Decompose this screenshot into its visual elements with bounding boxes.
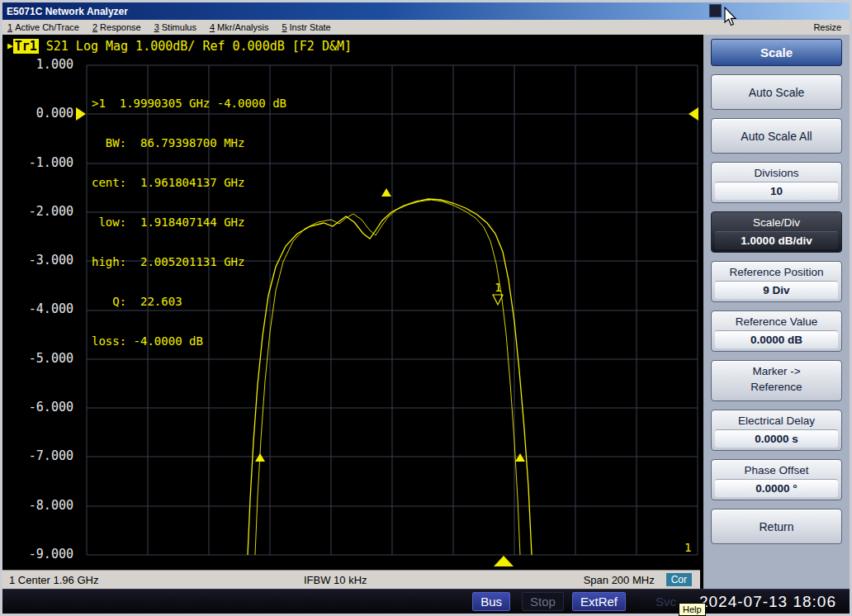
softkey-value: 0.0000 dB	[715, 330, 838, 348]
bw-marker-low	[255, 453, 265, 462]
plot-area: ▶Tr1 S21 Log Mag 1.000dB/ Ref 0.000dB [F…	[2, 35, 700, 589]
menu-label: Stimulus	[162, 22, 196, 32]
softkey-reference-value[interactable]: Reference Value 0.0000 dB	[711, 310, 842, 352]
y-axis-label: -1.000	[9, 155, 73, 170]
trace-s21-memory	[255, 200, 520, 555]
trace-badge[interactable]: Tr1	[13, 39, 39, 54]
menu-accelerator: 3	[154, 22, 159, 32]
marker-1-label: 1	[495, 281, 501, 294]
y-axis-label: -7.000	[9, 448, 73, 463]
softkey-label: Phase Offset	[712, 462, 841, 478]
low-readout-line: low: 1.918407144 GHz	[92, 216, 286, 229]
bus-status-indicator: Bus	[472, 592, 510, 611]
softkey-value: 10	[715, 182, 838, 200]
menu-accelerator: 4	[210, 22, 215, 32]
menu-active-ch-trace[interactable]: 1Active Ch/Trace	[7, 22, 79, 32]
softkey-auto-scale[interactable]: Auto Scale	[711, 74, 842, 110]
softkey-label: Electrical Delay	[712, 413, 841, 429]
menu-label: Active Ch/Trace	[15, 22, 79, 32]
menu-accelerator: 1	[7, 22, 12, 32]
window-control-button[interactable]	[709, 4, 722, 17]
softkey-panel: Scale Auto Scale Auto Scale All Division…	[700, 35, 850, 589]
softkey-label: Reference	[712, 379, 841, 395]
help-tooltip: Help	[679, 603, 706, 616]
ref-position-arrow-left	[76, 107, 86, 121]
stimulus-marker[interactable]	[494, 556, 514, 566]
softkey-menu-title: Scale	[711, 39, 842, 66]
y-axis-label: -9.000	[9, 547, 73, 562]
y-axis-label: -4.000	[9, 301, 73, 316]
menu-label: Instr State	[290, 22, 331, 32]
trace-header: ▶Tr1 S21 Log Mag 1.000dB/ Ref 0.000dB [F…	[7, 39, 352, 54]
menu-stimulus[interactable]: 3Stimulus	[154, 22, 196, 32]
softkey-value: 0.0000 s	[715, 429, 838, 448]
softkey-phase-offset[interactable]: Phase Offset 0.0000 °	[711, 459, 842, 500]
trace-select-icon: ▶	[7, 40, 13, 51]
y-axis-label: 1.000	[9, 57, 73, 72]
center-readout-line: cent: 1.961804137 GHz	[92, 176, 286, 189]
marker-readout-line: >1 1.9990305 GHz -4.0000 dB	[92, 97, 286, 110]
softkey-divisions[interactable]: Divisions 10	[711, 162, 842, 203]
span-readout: Span 200 MHz	[584, 574, 655, 586]
menu-response[interactable]: 2Response	[92, 22, 141, 32]
ifbw-readout: IFBW 10 kHz	[304, 574, 367, 586]
e5071c-window: E5071C Network Analyzer 1Active Ch/Trace…	[0, 0, 852, 616]
menu-accelerator: 2	[92, 22, 97, 32]
center-frequency-readout: 1 Center 1.96 GHz	[9, 574, 98, 586]
softkey-marker-to-reference[interactable]: Marker -> Reference	[711, 360, 842, 401]
q-readout-line: Q: 22.603	[92, 295, 286, 308]
sweep-status-indicator: Stop	[522, 592, 564, 611]
correction-status-badge: Cor	[666, 573, 692, 586]
softkey-scale-div[interactable]: Scale/Div 1.0000 dB/div	[711, 211, 842, 253]
softkey-label: Auto Scale All	[741, 130, 812, 143]
softkey-label: Divisions	[712, 165, 841, 181]
channel-status-bar: 1 Center 1.96 GHz IFBW 10 kHz Span 200 M…	[2, 570, 700, 589]
y-axis-label: -5.000	[9, 351, 73, 366]
instrument-status-bar: Bus Stop ExtRef Svc 2024-07-13 18:06	[2, 589, 850, 614]
menu-label: Response	[100, 22, 141, 32]
softkey-value: 1.0000 dB/div	[715, 231, 838, 249]
softkey-return[interactable]: Return	[711, 509, 842, 544]
softkey-value: 0.0000 °	[715, 479, 838, 497]
trace-header-text: S21 Log Mag 1.000dB/ Ref 0.000dB [F2 D&M…	[39, 39, 352, 54]
bw-marker-high	[515, 453, 525, 462]
y-axis-label: -3.000	[9, 253, 73, 268]
mouse-cursor	[722, 7, 739, 28]
softkey-value: 9 Div	[715, 281, 838, 299]
menu-accelerator: 5	[282, 22, 286, 32]
window-title: E5071C Network Analyzer	[7, 6, 128, 17]
extref-status-indicator: ExtRef	[572, 592, 626, 611]
trace-number-label: 1	[684, 541, 691, 554]
bandwidth-readout-line: BW: 86.79398700 MHz	[92, 136, 286, 149]
y-axis-label: -8.000	[9, 498, 73, 513]
y-axis-label: -2.000	[9, 204, 73, 219]
softkey-label: Marker ->	[712, 363, 841, 379]
y-axis-label: -6.000	[9, 400, 73, 415]
menu-mkr-analysis[interactable]: 4Mkr/Analysis	[210, 22, 268, 32]
trace-s21-data	[248, 199, 532, 555]
softkey-label: Reference Position	[712, 264, 841, 280]
loss-readout-line: loss: -4.0000 dB	[92, 334, 286, 348]
resize-control[interactable]: Resize	[813, 22, 841, 32]
softkey-auto-scale-all[interactable]: Auto Scale All	[711, 118, 842, 154]
softkey-label: Return	[759, 520, 793, 533]
softkey-label: Reference Value	[712, 314, 841, 329]
menu-label: Mkr/Analysis	[217, 22, 268, 32]
y-axis-label: 0.000	[9, 106, 73, 121]
bw-marker-center	[381, 188, 391, 197]
marker-info-readout: >1 1.9990305 GHz -4.0000 dB BW: 86.79398…	[92, 70, 286, 374]
menu-instr-state[interactable]: 5Instr State	[282, 22, 330, 32]
high-readout-line: high: 2.005201131 GHz	[92, 255, 286, 268]
softkey-label: Auto Scale	[749, 86, 805, 99]
softkey-reference-position[interactable]: Reference Position 9 Div	[711, 261, 842, 302]
softkey-electrical-delay[interactable]: Electrical Delay 0.0000 s	[711, 410, 842, 451]
datetime-display: 2024-07-13 18:06	[699, 593, 836, 611]
ref-position-arrow-right	[689, 107, 698, 121]
softkey-label: Scale/Div	[712, 215, 841, 230]
